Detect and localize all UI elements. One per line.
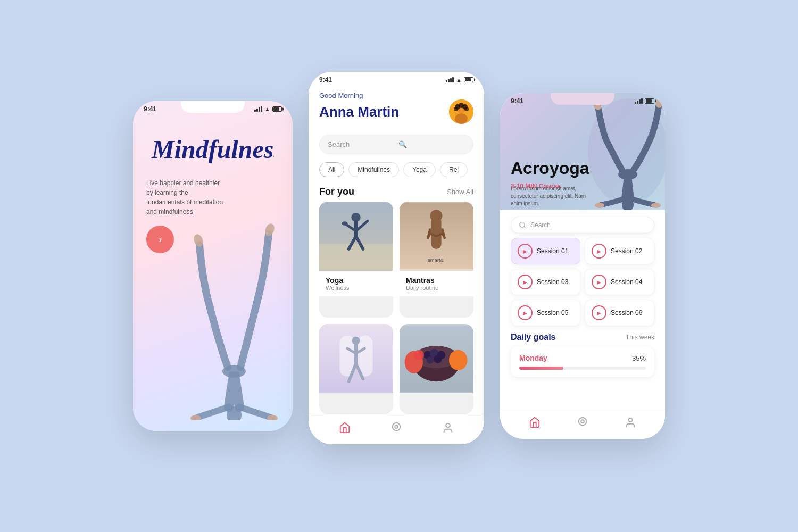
card-mantras-title: Mantras [406, 276, 467, 285]
user-name-row: Anna Martin [319, 99, 473, 124]
phone-2-content: 9:41 ▲ Good Morning Anna Martin [309, 72, 484, 444]
search-icon-2: 🔍 [398, 140, 465, 148]
filter-all[interactable]: All [319, 162, 344, 177]
phone-1-content: 9:41 ▲ Mindfulness Live happier and heal… [133, 101, 293, 431]
card-yoga[interactable]: Yoga Wellness [319, 202, 393, 318]
hero-description: Lorem ipsum dolor sit amet, consectetur … [511, 185, 596, 207]
battery-icon-2 [464, 77, 473, 82]
start-button[interactable]: › [146, 226, 174, 253]
phone-1: 9:41 ▲ Mindfulness Live happier and heal… [133, 101, 293, 431]
hero-title: Acroyoga [511, 159, 589, 178]
wifi-icon-2: ▲ [456, 77, 462, 83]
greeting-text: Good Morning [319, 92, 473, 99]
svg-point-13 [454, 107, 458, 111]
session-label-04: Session 04 [611, 278, 642, 286]
search-placeholder-3: Search [530, 221, 646, 229]
session-card-05[interactable]: ▶ Session 05 [511, 300, 580, 326]
card-food-image [400, 324, 473, 393]
nav-location-3[interactable] [577, 417, 588, 428]
avatar[interactable] [449, 99, 473, 124]
session-card-01[interactable]: ▶ Session 01 [511, 238, 580, 264]
session-label-01: Session 01 [537, 247, 568, 255]
status-time-2: 9:41 [319, 76, 332, 84]
signal-icon-3 [635, 98, 643, 104]
svg-point-18 [342, 221, 348, 226]
svg-point-48 [581, 420, 584, 423]
battery-icon-3 [645, 98, 654, 104]
phone-3: 9:41 [500, 93, 665, 439]
card-pose[interactable] [319, 324, 393, 414]
phone-2: 9:41 ▲ Good Morning Anna Martin [309, 72, 484, 444]
nav-profile-3[interactable] [625, 417, 636, 428]
play-button-01[interactable]: ▶ [518, 244, 533, 259]
card-mantras[interactable]: smart& Mantras Daily routine [400, 202, 473, 318]
signal-icon-2 [446, 77, 454, 82]
play-button-02[interactable]: ▶ [592, 244, 606, 259]
notch-3 [551, 93, 614, 105]
svg-point-49 [628, 418, 632, 422]
play-button-04[interactable]: ▶ [592, 275, 606, 289]
svg-point-33 [434, 355, 442, 363]
yoga-figure-phone1 [181, 192, 293, 431]
goal-day: Monday [519, 354, 547, 362]
svg-point-38 [446, 423, 450, 427]
card-yoga-title: Yoga [326, 276, 387, 285]
mindfulness-subtitle: Live happier and healthier by learning t… [133, 172, 239, 223]
play-button-03[interactable]: ▶ [518, 275, 533, 289]
signal-icon-1 [254, 106, 262, 112]
session-label-03: Session 03 [537, 278, 568, 286]
svg-text:smart&: smart& [428, 257, 444, 263]
app-title: Mindfulness [133, 113, 293, 172]
nav-home-3[interactable] [529, 417, 541, 428]
progress-bar-track [519, 367, 646, 370]
session-card-03[interactable]: ▶ Session 03 [511, 269, 580, 295]
svg-point-14 [464, 107, 469, 111]
show-all-button[interactable]: Show All [447, 188, 473, 196]
status-time-3: 9:41 [511, 97, 523, 105]
svg-point-35 [449, 350, 468, 370]
session-card-04[interactable]: ▶ Session 04 [585, 269, 654, 295]
user-name: Anna Martin [319, 104, 399, 120]
status-icons-1: ▲ [254, 106, 282, 112]
card-mantras-image: smart& [400, 202, 473, 271]
nav-profile-2[interactable] [442, 422, 454, 434]
svg-point-44 [595, 203, 604, 208]
bottom-nav-3 [500, 409, 665, 439]
status-time-1: 9:41 [144, 105, 156, 113]
progress-bar-fill [519, 367, 563, 370]
card-mantras-info: Mantras Daily routine [400, 271, 473, 296]
svg-rect-16 [319, 244, 393, 269]
daily-goals-section: Daily goals This week Monday 35% [500, 326, 665, 381]
svg-point-32 [427, 356, 434, 363]
wifi-icon-1: ▲ [264, 106, 270, 112]
session-label-02: Session 02 [611, 247, 642, 255]
arrow-right-icon: › [159, 233, 162, 245]
session-card-02[interactable]: ▶ Session 02 [585, 238, 654, 264]
play-button-05[interactable]: ▶ [518, 305, 533, 320]
daily-goals-title: Daily goals [511, 332, 555, 342]
card-yoga-subtitle: Wellness [326, 285, 387, 291]
nav-home-2[interactable] [339, 422, 351, 434]
filter-mindfulness[interactable]: Mindfullnes [348, 162, 399, 177]
phone-3-content: 9:41 [500, 93, 665, 439]
bottom-nav-2 [309, 414, 484, 444]
svg-point-9 [455, 113, 468, 124]
svg-point-37 [395, 425, 398, 428]
nav-location-2[interactable] [390, 422, 402, 434]
detail-search[interactable]: Search [511, 217, 654, 234]
search-bar-2[interactable]: Search 🔍 [319, 135, 473, 154]
notch-1 [181, 101, 245, 113]
card-pose-image [319, 324, 393, 393]
play-button-06[interactable]: ▶ [592, 305, 606, 320]
card-food[interactable] [400, 324, 473, 414]
svg-point-46 [520, 222, 525, 227]
filter-rel[interactable]: Rel [440, 162, 468, 177]
goal-percentage: 35% [632, 354, 646, 362]
goals-card: Monday 35% [511, 346, 654, 377]
cards-grid: Yoga Wellness [309, 202, 484, 414]
daily-goals-header: Daily goals This week [511, 332, 654, 342]
notch-2 [364, 72, 428, 84]
session-card-06[interactable]: ▶ Session 06 [585, 300, 654, 326]
card-yoga-info: Yoga Wellness [319, 271, 393, 296]
filter-yoga[interactable]: Yoga [403, 162, 436, 177]
